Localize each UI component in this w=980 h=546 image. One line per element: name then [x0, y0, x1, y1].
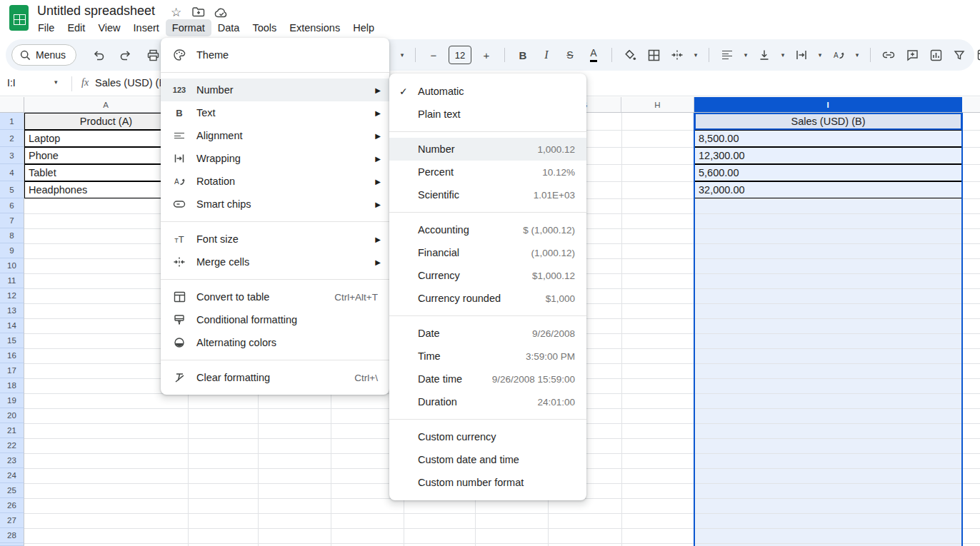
- format-menu-item-wrapping[interactable]: Wrapping▶: [161, 147, 389, 170]
- format-menu-item-number[interactable]: 123Number▶: [161, 79, 389, 101]
- menu-insert[interactable]: Insert: [127, 19, 166, 36]
- font-family-caret-icon[interactable]: ▾: [399, 46, 406, 64]
- format-menu-item-convert-to-table[interactable]: Convert to tableCtrl+Alt+T: [161, 285, 389, 308]
- number-format-item-financial[interactable]: Financial(1,000.12): [389, 241, 586, 264]
- row-header-29[interactable]: [0, 543, 24, 546]
- redo-icon[interactable]: [117, 46, 134, 64]
- filter-icon[interactable]: [951, 46, 968, 64]
- cell-i4[interactable]: 5,600.00: [694, 164, 962, 181]
- number-format-item-currency[interactable]: Currency$1,000.12: [389, 264, 586, 287]
- number-format-item-number[interactable]: Number1,000.12: [389, 138, 586, 161]
- menu-view[interactable]: View: [91, 19, 126, 36]
- row-header-1[interactable]: 1: [0, 113, 24, 130]
- number-format-item-plain-text[interactable]: Plain text: [389, 103, 586, 126]
- row-header-19[interactable]: 19: [0, 393, 24, 408]
- row-header-22[interactable]: 22: [0, 438, 24, 453]
- borders-icon[interactable]: [645, 46, 662, 64]
- horizontal-align-icon[interactable]: [719, 46, 736, 64]
- row-header-10[interactable]: 10: [0, 258, 24, 273]
- row-header-6[interactable]: 6: [0, 198, 24, 213]
- name-box[interactable]: I:I: [7, 77, 57, 89]
- sheets-logo-icon[interactable]: [9, 5, 29, 31]
- cell-i2[interactable]: 8,500.00: [694, 130, 962, 147]
- horizontal-align-caret-icon[interactable]: ▾: [742, 46, 749, 64]
- number-format-item-date-time[interactable]: Date time9/26/2008 15:59:00: [389, 368, 586, 390]
- undo-icon[interactable]: [90, 46, 107, 64]
- formula-input[interactable]: Sales (USD) (B): [95, 77, 169, 89]
- row-header-5[interactable]: 5: [0, 181, 24, 198]
- text-wrapping-caret-icon[interactable]: ▾: [816, 46, 824, 64]
- menu-file[interactable]: File: [31, 19, 61, 36]
- print-icon[interactable]: [144, 46, 161, 64]
- column-header-H[interactable]: H: [621, 97, 694, 113]
- row-header-8[interactable]: 8: [0, 228, 24, 243]
- number-format-item-custom-currency[interactable]: Custom currency: [389, 425, 586, 448]
- cell-i5[interactable]: 32,000.00: [694, 181, 962, 198]
- vertical-align-icon[interactable]: [756, 46, 773, 64]
- number-format-item-custom-date-and-time[interactable]: Custom date and time: [389, 448, 586, 471]
- format-menu-item-text[interactable]: BText▶: [161, 101, 389, 124]
- merge-cells-caret-icon[interactable]: ▾: [692, 46, 699, 64]
- grid-corner[interactable]: [0, 97, 24, 113]
- row-header-12[interactable]: 12: [0, 288, 24, 303]
- document-title[interactable]: Untitled spreadsheet: [37, 4, 155, 19]
- row-header-2[interactable]: 2: [0, 130, 24, 147]
- star-icon[interactable]: ☆: [171, 5, 181, 20]
- cell-i3[interactable]: 12,300.00: [694, 147, 962, 164]
- row-header-28[interactable]: 28: [0, 528, 24, 543]
- fill-color-icon[interactable]: [621, 46, 639, 64]
- menu-help[interactable]: Help: [346, 19, 381, 36]
- row-header-3[interactable]: 3: [0, 147, 24, 164]
- text-rotation-icon[interactable]: A: [830, 46, 847, 64]
- row-header-21[interactable]: 21: [0, 423, 24, 438]
- bold-button[interactable]: B: [514, 46, 531, 64]
- row-header-16[interactable]: 16: [0, 348, 24, 363]
- row-header-26[interactable]: 26: [0, 498, 24, 513]
- column-header-I[interactable]: I: [694, 97, 962, 113]
- row-header-7[interactable]: 7: [0, 213, 24, 228]
- table-views-icon[interactable]: [974, 46, 980, 64]
- number-format-item-currency-rounded[interactable]: Currency rounded$1,000: [389, 287, 586, 310]
- row-header-20[interactable]: 20: [0, 408, 24, 423]
- format-menu-item-smart-chips[interactable]: Smart chips▶: [161, 193, 389, 216]
- number-format-item-date[interactable]: Date9/26/2008: [389, 322, 586, 345]
- italic-button[interactable]: I: [538, 46, 555, 64]
- format-menu-item-conditional-formatting[interactable]: Conditional formatting: [161, 308, 389, 331]
- number-format-item-time[interactable]: Time3:59:00 PM: [389, 345, 586, 368]
- row-header-9[interactable]: 9: [0, 243, 24, 258]
- decrease-font-size-button[interactable]: −: [425, 46, 442, 64]
- text-wrapping-icon[interactable]: [793, 46, 810, 64]
- increase-font-size-button[interactable]: +: [478, 46, 495, 64]
- text-rotation-caret-icon[interactable]: ▾: [854, 46, 861, 64]
- name-box-caret-icon[interactable]: ▾: [54, 79, 58, 86]
- row-header-14[interactable]: 14: [0, 318, 24, 333]
- row-header-24[interactable]: 24: [0, 468, 24, 483]
- menu-tools[interactable]: Tools: [246, 19, 283, 36]
- menus-search-button[interactable]: Menus: [11, 44, 76, 66]
- row-header-4[interactable]: 4: [0, 164, 24, 181]
- row-header-23[interactable]: 23: [0, 453, 24, 468]
- format-menu-item-theme[interactable]: Theme: [161, 44, 389, 66]
- text-color-button[interactable]: A: [590, 48, 596, 62]
- menu-extensions[interactable]: Extensions: [283, 19, 346, 36]
- row-header-13[interactable]: 13: [0, 303, 24, 318]
- row-header-15[interactable]: 15: [0, 333, 24, 348]
- move-to-folder-icon[interactable]: [192, 6, 205, 21]
- format-menu-item-alignment[interactable]: Alignment▶: [161, 124, 389, 147]
- strikethrough-button[interactable]: S: [561, 46, 579, 64]
- insert-comment-icon[interactable]: [904, 46, 921, 64]
- format-menu-item-clear-formatting[interactable]: Clear formattingCtrl+\: [161, 366, 389, 389]
- number-format-item-automatic[interactable]: ✓Automatic: [389, 80, 586, 103]
- row-header-25[interactable]: 25: [0, 483, 24, 498]
- insert-chart-icon[interactable]: [927, 46, 944, 64]
- menu-data[interactable]: Data: [211, 19, 246, 36]
- merge-cells-icon[interactable]: [669, 46, 686, 64]
- vertical-align-caret-icon[interactable]: ▾: [779, 46, 786, 64]
- number-format-item-percent[interactable]: Percent10.12%: [389, 161, 586, 183]
- number-format-item-scientific[interactable]: Scientific1.01E+03: [389, 183, 586, 206]
- row-header-17[interactable]: 17: [0, 363, 24, 378]
- row-header-11[interactable]: 11: [0, 273, 24, 288]
- format-menu-item-font-size[interactable]: TTFont size▶: [161, 228, 389, 251]
- number-format-item-custom-number-format[interactable]: Custom number format: [389, 471, 586, 494]
- number-format-item-duration[interactable]: Duration24:01:00: [389, 390, 586, 413]
